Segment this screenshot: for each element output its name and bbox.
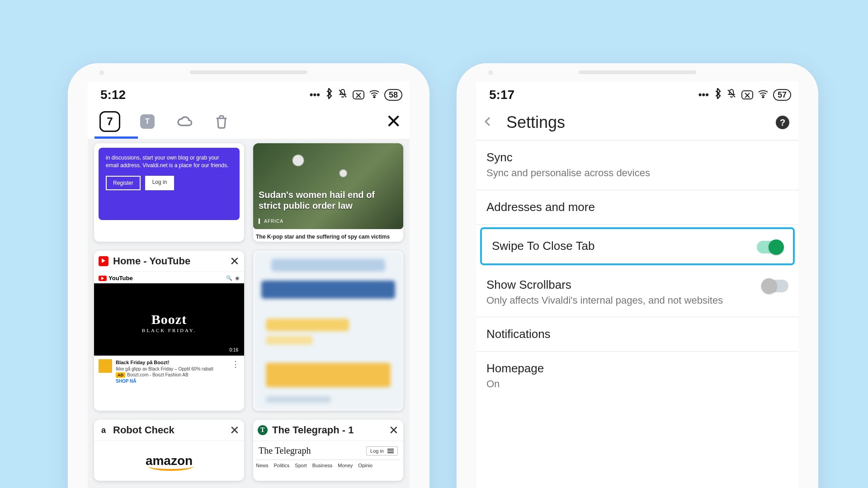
- news-tag: ▍ AFRICA: [259, 219, 283, 224]
- mute-icon: [726, 88, 737, 102]
- swipe-to-close-toggle[interactable]: [757, 241, 783, 253]
- settings-title: Settings: [506, 113, 764, 132]
- sim-off-icon: [353, 90, 364, 99]
- vivaldi-preview: in discussions, start your own blog or g…: [99, 148, 240, 220]
- tab-card-youtube[interactable]: Home - YouTube ✕ YouTube 🔍 ◉ Boozt BLACK…: [94, 251, 244, 411]
- news-subheadline: The K-pop star and the suffering of spy …: [253, 229, 403, 242]
- youtube-icon: [99, 256, 108, 266]
- amazon-icon: [99, 425, 108, 435]
- bluetooth-icon: [325, 88, 333, 102]
- close-tab-switcher-button[interactable]: ✕: [386, 112, 401, 131]
- video-duration: 0:16: [227, 347, 241, 353]
- more-icon: •••: [698, 89, 709, 101]
- telegraph-preview: The Telegraph Log in News Politics Sport…: [253, 441, 403, 468]
- phone-tabs: 5:12 ••• 58 7: [68, 63, 429, 488]
- sim-off-icon: [741, 90, 753, 99]
- stage: 5:12 ••• 58 7: [0, 0, 868, 488]
- clock: 5:17: [489, 88, 514, 102]
- tab-card-news[interactable]: Sudan's women hail end of strict public …: [253, 143, 403, 242]
- tab-count-button[interactable]: 7: [99, 111, 120, 132]
- status-bar: 5:12 ••• 58: [88, 81, 410, 108]
- screen-left: 5:12 ••• 58 7: [88, 81, 410, 488]
- news-headline: Sudan's women hail end of strict public …: [259, 189, 398, 211]
- vivaldi-register-button[interactable]: Register: [106, 176, 141, 191]
- settings-row-sync[interactable]: Sync Sync and personalise across devices: [476, 141, 798, 190]
- back-button[interactable]: [481, 115, 495, 130]
- more-icon: •••: [310, 89, 320, 101]
- settings-row-homepage[interactable]: Homepage On: [476, 352, 798, 401]
- synced-tabs-button[interactable]: [175, 112, 194, 131]
- clock: 5:12: [100, 88, 126, 102]
- hamburger-icon: [387, 449, 394, 453]
- telegraph-icon: [258, 425, 268, 435]
- battery-indicator: 57: [773, 89, 791, 101]
- blurred-preview: [253, 251, 403, 411]
- close-all-tabs-button[interactable]: [212, 112, 231, 131]
- video-thumbnail: Boozt BLACK FRIDAY. 0:16: [94, 283, 244, 356]
- tabs-grid[interactable]: in discussions, start your own blog or g…: [88, 139, 410, 488]
- telegraph-nav: News Politics Sport Business Money Opini…: [256, 460, 401, 468]
- private-tabs-button[interactable]: T: [137, 112, 157, 131]
- vivaldi-text: in discussions, start your own blog or g…: [106, 154, 232, 169]
- settings-row-notifications[interactable]: Notifications: [476, 317, 798, 352]
- status-icons: ••• 58: [310, 88, 402, 102]
- tab-card-telegraph[interactable]: The Telegraph - 1 ✕ The Telegraph Log in: [253, 420, 403, 481]
- tab-title: Home - YouTube: [113, 255, 225, 267]
- close-tab-button[interactable]: ✕: [389, 424, 399, 436]
- settings-row-swipe-to-close[interactable]: Swipe To Close Tab: [480, 227, 795, 265]
- wifi-icon: [369, 89, 380, 101]
- settings-header: Settings ?: [476, 108, 798, 140]
- settings-row-addresses[interactable]: Addresses and more: [476, 190, 798, 225]
- amazon-preview: amazon: [94, 441, 244, 481]
- bezel: [68, 63, 429, 81]
- settings-row-scrollbars[interactable]: Show Scrollbars Only affects Vivaldi's i…: [476, 268, 798, 318]
- wifi-icon: [758, 89, 769, 101]
- news-preview: Sudan's women hail end of strict public …: [253, 143, 403, 229]
- tab-switcher-toolbar: 7 T ✕: [88, 108, 410, 136]
- mute-icon: [337, 88, 348, 102]
- tab-card-vivaldi[interactable]: in discussions, start your own blog or g…: [94, 143, 244, 242]
- tab-card-amazon[interactable]: Robot Check ✕ amazon: [94, 420, 244, 481]
- bluetooth-icon: [713, 88, 722, 102]
- tab-card-blurred[interactable]: [253, 251, 403, 411]
- bezel: [457, 63, 818, 81]
- yt-header-icons: 🔍 ◉: [226, 275, 240, 281]
- scrollbars-toggle[interactable]: [762, 280, 788, 292]
- close-tab-button[interactable]: ✕: [230, 255, 240, 267]
- youtube-logo: YouTube: [99, 275, 133, 282]
- svg-point-1: [762, 96, 764, 98]
- close-tab-button[interactable]: ✕: [230, 424, 240, 436]
- tab-title: The Telegraph - 1: [272, 424, 384, 436]
- phone-settings: 5:17 ••• 57: [457, 63, 818, 488]
- battery-indicator: 58: [384, 89, 402, 101]
- status-icons: ••• 57: [698, 88, 791, 102]
- vivaldi-login-button[interactable]: Log in: [145, 176, 175, 191]
- help-button[interactable]: ?: [776, 116, 789, 129]
- status-bar: 5:17 ••• 57: [476, 81, 798, 108]
- screen-right: 5:17 ••• 57: [476, 81, 798, 488]
- video-meta: Black Friday på Boozt! Ikke gå glipp av …: [94, 356, 244, 384]
- tab-title: Robot Check: [113, 424, 225, 436]
- svg-point-0: [373, 96, 375, 98]
- telegraph-login: Log in: [366, 446, 398, 455]
- settings-list[interactable]: Sync Sync and personalise across devices…: [476, 140, 798, 401]
